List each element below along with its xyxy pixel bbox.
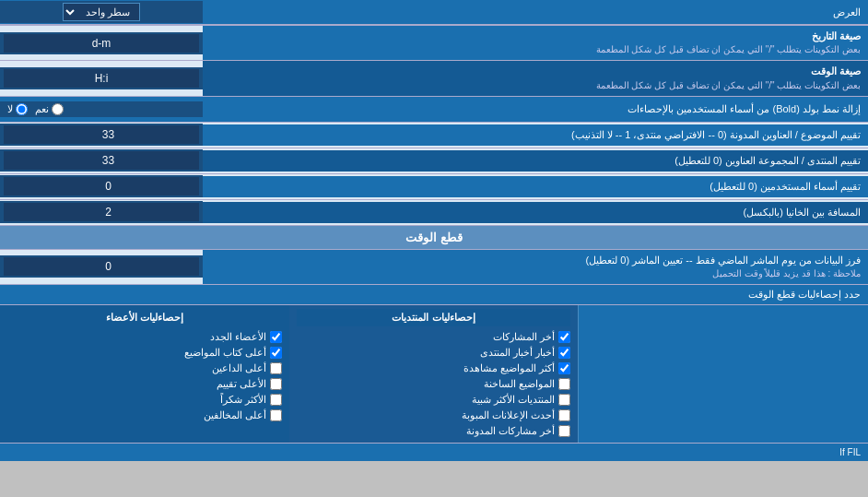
sort-forums-row: تقييم المنتدى / المجموعة العناوين (0 للت…: [0, 148, 868, 174]
posts-stat-1: أخر المشاركات: [297, 329, 571, 345]
members-stat-2-checkbox[interactable]: [270, 347, 282, 359]
header-row: العرض سطر واحدسطرينثلاثة أسطر: [0, 0, 868, 26]
posts-stats-header: إحصاءليات المنتديات: [297, 309, 571, 326]
time-format-label: صيغة الوقت بعض التكوينات يتطلب "/" التي …: [203, 61, 868, 95]
sort-forums-label: تقييم المنتدى / المجموعة العناوين (0 للت…: [203, 150, 868, 172]
sort-forums-input[interactable]: [4, 151, 199, 170]
time-cut-label-line1: فرز البيانات من يوم الماشر الماضي فقط --…: [210, 254, 861, 267]
members-stat-1-label: الأعضاء الجدد: [210, 331, 266, 343]
date-format-input[interactable]: [4, 34, 199, 53]
sort-topics-input[interactable]: [4, 125, 199, 144]
time-cut-row: فرز البيانات من يوم الماشر الماضي فقط --…: [0, 250, 868, 285]
posts-stat-4-checkbox[interactable]: [558, 378, 570, 390]
posts-stat-6-checkbox[interactable]: [558, 409, 570, 421]
posts-stat-4: المواضيع الساخنة: [297, 376, 571, 392]
time-cut-input[interactable]: [4, 257, 199, 276]
radio-yes[interactable]: [52, 103, 64, 115]
sort-users-row: تقييم أسماء المستخدمين (0 للتعطيل): [0, 174, 868, 200]
posts-stat-7: أخر مشاركات المدونة: [297, 423, 571, 439]
sort-topics-label: تقييم الموضوع / العناوين المدونة (0 -- ا…: [203, 124, 868, 146]
date-format-label-line2: بعض التكوينات يتطلب "/" التي يمكن ان تضا…: [210, 43, 861, 56]
time-format-input[interactable]: [4, 69, 199, 88]
time-format-label-line1: صيغة الوقت: [210, 65, 861, 78]
bold-radio-control: نعم لا: [0, 101, 203, 117]
time-format-input-wrap: [0, 67, 203, 89]
members-stat-4: الأعلى تقييم: [7, 376, 282, 392]
bottom-note-text: If FIL: [839, 447, 861, 457]
posts-stat-3-label: أكثر المواضيع مشاهدة: [463, 362, 555, 374]
header-label: العرض: [203, 3, 868, 22]
time-cut-input-wrap: [0, 255, 203, 278]
radio-no-text: لا: [7, 103, 13, 115]
stats-apply-label: حدد إحصاءليات قطع الوقت: [7, 289, 861, 301]
posts-stat-5-checkbox[interactable]: [558, 394, 570, 406]
display-select[interactable]: سطر واحدسطرينثلاثة أسطر: [63, 3, 140, 21]
members-stat-5: الأكثر شكراً: [7, 392, 282, 408]
posts-stat-2-label: أخبار أخبار المنتدى: [480, 347, 555, 359]
posts-stat-4-label: المواضيع الساخنة: [484, 378, 555, 390]
date-format-input-wrap: [0, 32, 203, 54]
members-stat-6-checkbox[interactable]: [270, 409, 282, 421]
bottom-note-row: If FIL: [0, 443, 868, 461]
members-stat-3-label: أعلى الداعين: [212, 362, 266, 374]
sort-forums-input-wrap: [0, 149, 203, 172]
members-stats-col: إحصاءليات الأعضاء الأعضاء الجدد أعلى كتا…: [0, 305, 289, 443]
time-cut-label-line2: ملاحظة : هذا قد يزيد قليلاً وقت التحميل: [210, 267, 861, 280]
posts-stats-col: إحصاءليات المنتديات أخر المشاركات أخبار …: [289, 305, 580, 443]
posts-stat-5-label: المنتديات الأكثر شبية: [472, 394, 555, 406]
date-format-label: صيغة التاريخ بعض التكوينات يتطلب "/" الت…: [203, 26, 868, 60]
members-stat-3: أعلى الداعين: [7, 361, 282, 376]
time-format-label-line2: بعض التكوينات يتطلب "/" التي يمكن ان تضا…: [210, 79, 861, 92]
radio-yes-label[interactable]: نعم: [35, 103, 64, 115]
posts-stat-7-label: أخر مشاركات المدونة: [466, 425, 555, 437]
members-stat-6: أعلى المخالفين: [7, 408, 282, 423]
bold-label: إزالة نمط بولد (Bold) من أسماء المستخدمي…: [203, 100, 868, 119]
posts-stat-2: أخبار أخبار المنتدى: [297, 345, 571, 361]
sort-users-input[interactable]: [4, 177, 199, 195]
members-stat-2: أعلى كتاب المواضيع: [7, 345, 282, 361]
members-stat-3-checkbox[interactable]: [270, 362, 282, 374]
members-stat-2-label: أعلى كتاب المواضيع: [184, 347, 266, 359]
time-format-row: صيغة الوقت بعض التكوينات يتطلب "/" التي …: [0, 61, 868, 96]
members-stats-header: إحصاءليات الأعضاء: [7, 309, 282, 326]
members-stat-5-checkbox[interactable]: [270, 394, 282, 406]
members-stat-1-checkbox[interactable]: [270, 331, 282, 343]
main-container: العرض سطر واحدسطرينثلاثة أسطر صيغة التار…: [0, 0, 868, 461]
posts-stat-3-checkbox[interactable]: [558, 362, 570, 374]
stats-columns: إحصاءليات المنتديات أخر المشاركات أخبار …: [0, 305, 868, 443]
date-format-label-line1: صيغة التاريخ: [210, 30, 861, 43]
posts-stat-7-checkbox[interactable]: [558, 425, 570, 437]
time-cut-label: فرز البيانات من يوم الماشر الماضي فقط --…: [203, 250, 868, 284]
radio-no[interactable]: [16, 103, 28, 115]
members-stat-5-label: الأكثر شكراً: [220, 394, 266, 406]
posts-stat-6: أحدث الإعلانات المبوبة: [297, 408, 571, 423]
gap-input[interactable]: [4, 203, 199, 221]
members-stat-4-label: الأعلى تقييم: [217, 378, 266, 390]
stats-apply-row: حدد إحصاءليات قطع الوقت: [0, 285, 868, 305]
sort-users-label: تقييم أسماء المستخدمين (0 للتعطيل): [203, 176, 868, 197]
gap-label: المسافة بين الخانيا (بالبكسل): [203, 202, 868, 223]
posts-stat-2-checkbox[interactable]: [558, 347, 570, 359]
stats-empty-col: [579, 305, 868, 443]
members-stat-4-checkbox[interactable]: [270, 378, 282, 390]
sort-users-input-wrap: [0, 175, 203, 197]
gap-row: المسافة بين الخانيا (بالبكسل): [0, 200, 868, 226]
posts-stat-1-label: أخر المشاركات: [493, 331, 555, 343]
radio-no-label[interactable]: لا: [7, 103, 28, 115]
sort-topics-input-wrap: [0, 124, 203, 146]
gap-input-wrap: [0, 201, 203, 223]
bold-radio-row: إزالة نمط بولد (Bold) من أسماء المستخدمي…: [0, 97, 868, 123]
posts-stat-1-checkbox[interactable]: [558, 331, 570, 343]
radio-yes-text: نعم: [35, 103, 49, 115]
header-control: سطر واحدسطرينثلاثة أسطر: [0, 1, 203, 23]
posts-stat-5: المنتديات الأكثر شبية: [297, 392, 571, 408]
members-stat-6-label: أعلى المخالفين: [204, 409, 266, 421]
time-cut-section-header: قطع الوقت: [0, 226, 868, 250]
posts-stat-3: أكثر المواضيع مشاهدة: [297, 361, 571, 376]
posts-stat-6-label: أحدث الإعلانات المبوبة: [462, 409, 555, 421]
date-format-row: صيغة التاريخ بعض التكوينات يتطلب "/" الت…: [0, 26, 868, 61]
members-stat-1: الأعضاء الجدد: [7, 329, 282, 345]
sort-topics-row: تقييم الموضوع / العناوين المدونة (0 -- ا…: [0, 123, 868, 148]
